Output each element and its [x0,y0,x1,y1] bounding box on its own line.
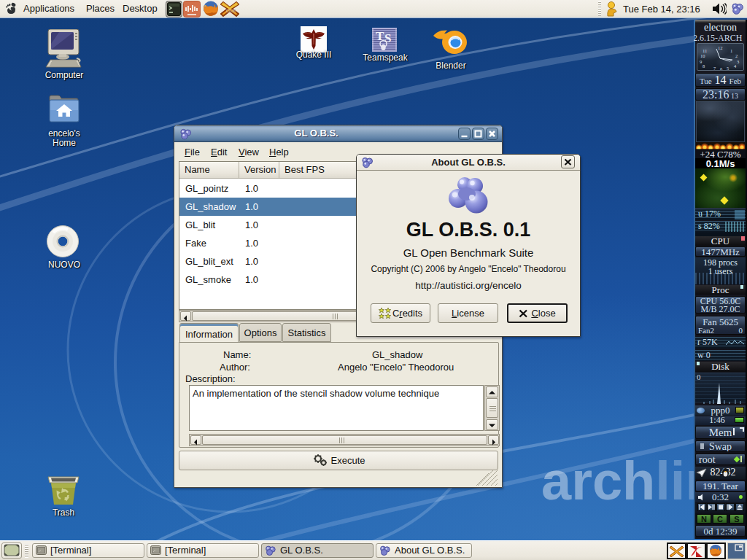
svg-text:4: 4 [734,63,737,69]
svg-text:10: 10 [700,53,705,58]
svg-text:5: 5 [727,66,729,70]
svg-text:7: 7 [713,66,716,70]
svg-text:8: 8 [703,63,705,69]
svg-text:chat: chat [226,8,236,13]
svg-text:2: 2 [735,53,738,58]
svg-text:1: 1 [730,48,732,53]
svg-text:3: 3 [737,59,739,64]
svg-text:12: 12 [718,45,723,50]
svg-text:11: 11 [703,48,707,53]
svg-text:S: S [384,31,391,45]
svg-text:6: 6 [720,66,723,70]
svg-text:9: 9 [700,59,702,64]
